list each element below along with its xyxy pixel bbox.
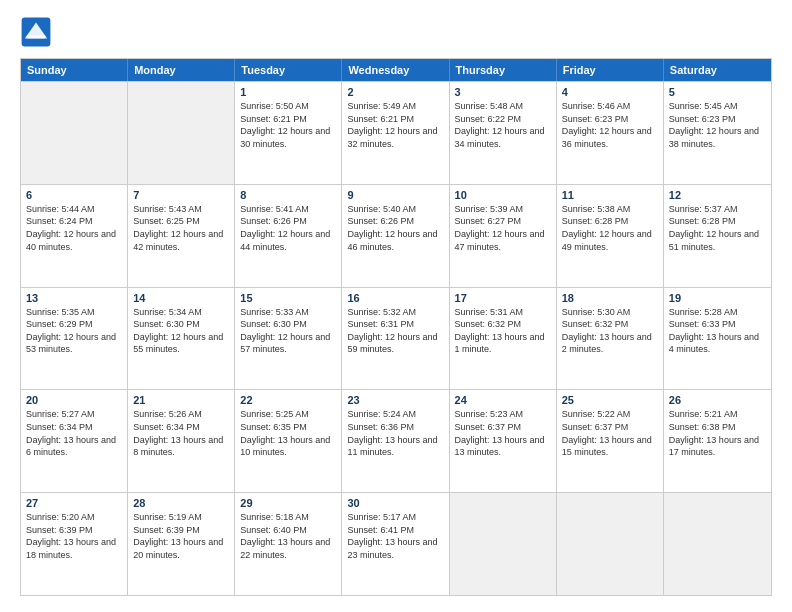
day-number: 9 [347, 189, 443, 201]
cell-info: Sunrise: 5:30 AM Sunset: 6:32 PM Dayligh… [562, 306, 658, 356]
calendar-row-1: 1Sunrise: 5:50 AM Sunset: 6:21 PM Daylig… [21, 81, 771, 184]
day-number: 5 [669, 86, 766, 98]
cell-info: Sunrise: 5:35 AM Sunset: 6:29 PM Dayligh… [26, 306, 122, 356]
day-number: 27 [26, 497, 122, 509]
calendar-cell: 16Sunrise: 5:32 AM Sunset: 6:31 PM Dayli… [342, 288, 449, 390]
day-number: 6 [26, 189, 122, 201]
day-number: 20 [26, 394, 122, 406]
calendar-cell: 2Sunrise: 5:49 AM Sunset: 6:21 PM Daylig… [342, 82, 449, 184]
day-number: 26 [669, 394, 766, 406]
calendar: SundayMondayTuesdayWednesdayThursdayFrid… [20, 58, 772, 596]
calendar-cell [21, 82, 128, 184]
cell-info: Sunrise: 5:38 AM Sunset: 6:28 PM Dayligh… [562, 203, 658, 253]
cell-info: Sunrise: 5:44 AM Sunset: 6:24 PM Dayligh… [26, 203, 122, 253]
day-number: 11 [562, 189, 658, 201]
calendar-cell: 15Sunrise: 5:33 AM Sunset: 6:30 PM Dayli… [235, 288, 342, 390]
day-number: 10 [455, 189, 551, 201]
day-number: 3 [455, 86, 551, 98]
calendar-row-4: 20Sunrise: 5:27 AM Sunset: 6:34 PM Dayli… [21, 389, 771, 492]
cell-info: Sunrise: 5:41 AM Sunset: 6:26 PM Dayligh… [240, 203, 336, 253]
calendar-cell: 9Sunrise: 5:40 AM Sunset: 6:26 PM Daylig… [342, 185, 449, 287]
header-day-saturday: Saturday [664, 59, 771, 81]
cell-info: Sunrise: 5:48 AM Sunset: 6:22 PM Dayligh… [455, 100, 551, 150]
calendar-cell: 28Sunrise: 5:19 AM Sunset: 6:39 PM Dayli… [128, 493, 235, 595]
cell-info: Sunrise: 5:27 AM Sunset: 6:34 PM Dayligh… [26, 408, 122, 458]
calendar-cell: 19Sunrise: 5:28 AM Sunset: 6:33 PM Dayli… [664, 288, 771, 390]
cell-info: Sunrise: 5:46 AM Sunset: 6:23 PM Dayligh… [562, 100, 658, 150]
calendar-cell: 22Sunrise: 5:25 AM Sunset: 6:35 PM Dayli… [235, 390, 342, 492]
day-number: 22 [240, 394, 336, 406]
cell-info: Sunrise: 5:19 AM Sunset: 6:39 PM Dayligh… [133, 511, 229, 561]
header-day-monday: Monday [128, 59, 235, 81]
svg-rect-2 [26, 35, 45, 38]
cell-info: Sunrise: 5:40 AM Sunset: 6:26 PM Dayligh… [347, 203, 443, 253]
day-number: 8 [240, 189, 336, 201]
calendar-row-2: 6Sunrise: 5:44 AM Sunset: 6:24 PM Daylig… [21, 184, 771, 287]
cell-info: Sunrise: 5:39 AM Sunset: 6:27 PM Dayligh… [455, 203, 551, 253]
cell-info: Sunrise: 5:18 AM Sunset: 6:40 PM Dayligh… [240, 511, 336, 561]
calendar-cell: 25Sunrise: 5:22 AM Sunset: 6:37 PM Dayli… [557, 390, 664, 492]
page: SundayMondayTuesdayWednesdayThursdayFrid… [0, 0, 792, 612]
header [20, 16, 772, 48]
day-number: 14 [133, 292, 229, 304]
day-number: 4 [562, 86, 658, 98]
calendar-row-3: 13Sunrise: 5:35 AM Sunset: 6:29 PM Dayli… [21, 287, 771, 390]
day-number: 16 [347, 292, 443, 304]
calendar-cell [450, 493, 557, 595]
day-number: 12 [669, 189, 766, 201]
header-day-friday: Friday [557, 59, 664, 81]
calendar-cell [557, 493, 664, 595]
calendar-cell: 3Sunrise: 5:48 AM Sunset: 6:22 PM Daylig… [450, 82, 557, 184]
cell-info: Sunrise: 5:17 AM Sunset: 6:41 PM Dayligh… [347, 511, 443, 561]
header-day-thursday: Thursday [450, 59, 557, 81]
cell-info: Sunrise: 5:21 AM Sunset: 6:38 PM Dayligh… [669, 408, 766, 458]
cell-info: Sunrise: 5:37 AM Sunset: 6:28 PM Dayligh… [669, 203, 766, 253]
day-number: 17 [455, 292, 551, 304]
day-number: 18 [562, 292, 658, 304]
cell-info: Sunrise: 5:34 AM Sunset: 6:30 PM Dayligh… [133, 306, 229, 356]
day-number: 29 [240, 497, 336, 509]
day-number: 23 [347, 394, 443, 406]
calendar-cell: 14Sunrise: 5:34 AM Sunset: 6:30 PM Dayli… [128, 288, 235, 390]
cell-info: Sunrise: 5:23 AM Sunset: 6:37 PM Dayligh… [455, 408, 551, 458]
header-day-tuesday: Tuesday [235, 59, 342, 81]
calendar-cell: 11Sunrise: 5:38 AM Sunset: 6:28 PM Dayli… [557, 185, 664, 287]
calendar-body: 1Sunrise: 5:50 AM Sunset: 6:21 PM Daylig… [21, 81, 771, 595]
calendar-cell: 27Sunrise: 5:20 AM Sunset: 6:39 PM Dayli… [21, 493, 128, 595]
cell-info: Sunrise: 5:31 AM Sunset: 6:32 PM Dayligh… [455, 306, 551, 356]
calendar-row-5: 27Sunrise: 5:20 AM Sunset: 6:39 PM Dayli… [21, 492, 771, 595]
day-number: 21 [133, 394, 229, 406]
calendar-cell: 24Sunrise: 5:23 AM Sunset: 6:37 PM Dayli… [450, 390, 557, 492]
calendar-cell: 18Sunrise: 5:30 AM Sunset: 6:32 PM Dayli… [557, 288, 664, 390]
calendar-cell: 8Sunrise: 5:41 AM Sunset: 6:26 PM Daylig… [235, 185, 342, 287]
calendar-cell [128, 82, 235, 184]
cell-info: Sunrise: 5:33 AM Sunset: 6:30 PM Dayligh… [240, 306, 336, 356]
calendar-header: SundayMondayTuesdayWednesdayThursdayFrid… [21, 59, 771, 81]
day-number: 24 [455, 394, 551, 406]
day-number: 30 [347, 497, 443, 509]
day-number: 1 [240, 86, 336, 98]
header-day-wednesday: Wednesday [342, 59, 449, 81]
logo [20, 16, 56, 48]
day-number: 19 [669, 292, 766, 304]
calendar-cell: 21Sunrise: 5:26 AM Sunset: 6:34 PM Dayli… [128, 390, 235, 492]
cell-info: Sunrise: 5:24 AM Sunset: 6:36 PM Dayligh… [347, 408, 443, 458]
cell-info: Sunrise: 5:49 AM Sunset: 6:21 PM Dayligh… [347, 100, 443, 150]
logo-icon [20, 16, 52, 48]
day-number: 2 [347, 86, 443, 98]
calendar-cell: 29Sunrise: 5:18 AM Sunset: 6:40 PM Dayli… [235, 493, 342, 595]
calendar-cell: 12Sunrise: 5:37 AM Sunset: 6:28 PM Dayli… [664, 185, 771, 287]
day-number: 28 [133, 497, 229, 509]
calendar-cell: 30Sunrise: 5:17 AM Sunset: 6:41 PM Dayli… [342, 493, 449, 595]
calendar-cell: 5Sunrise: 5:45 AM Sunset: 6:23 PM Daylig… [664, 82, 771, 184]
cell-info: Sunrise: 5:43 AM Sunset: 6:25 PM Dayligh… [133, 203, 229, 253]
cell-info: Sunrise: 5:28 AM Sunset: 6:33 PM Dayligh… [669, 306, 766, 356]
calendar-cell: 20Sunrise: 5:27 AM Sunset: 6:34 PM Dayli… [21, 390, 128, 492]
day-number: 15 [240, 292, 336, 304]
cell-info: Sunrise: 5:45 AM Sunset: 6:23 PM Dayligh… [669, 100, 766, 150]
calendar-cell: 23Sunrise: 5:24 AM Sunset: 6:36 PM Dayli… [342, 390, 449, 492]
calendar-cell: 10Sunrise: 5:39 AM Sunset: 6:27 PM Dayli… [450, 185, 557, 287]
calendar-cell: 1Sunrise: 5:50 AM Sunset: 6:21 PM Daylig… [235, 82, 342, 184]
cell-info: Sunrise: 5:26 AM Sunset: 6:34 PM Dayligh… [133, 408, 229, 458]
calendar-cell: 26Sunrise: 5:21 AM Sunset: 6:38 PM Dayli… [664, 390, 771, 492]
